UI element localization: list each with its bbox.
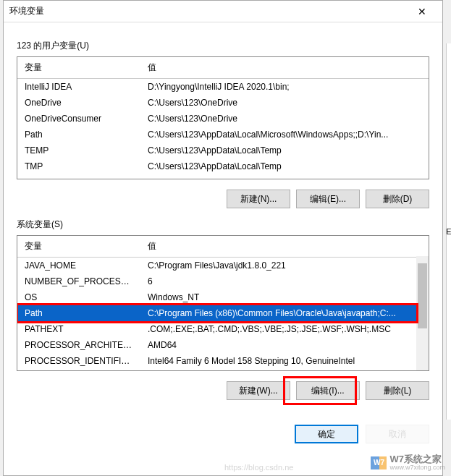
watermark-w7: W7 W7系统之家 www.w7xitong.com <box>371 454 445 472</box>
ok-button[interactable]: 确定 <box>295 425 358 443</box>
background-window-edge: E <box>446 43 451 420</box>
close-icon: ✕ <box>418 6 426 17</box>
watermark-csdn: https://blog.csdn.ne <box>224 463 293 472</box>
user-vars-buttons: 新建(N)... 编辑(E)... 删除(D) <box>17 190 429 208</box>
col-value[interactable]: 值 <box>140 57 429 78</box>
table-row[interactable]: OneDriveConsumerC:\Users\123\OneDrive <box>17 111 429 127</box>
col-value[interactable]: 值 <box>140 236 429 257</box>
table-row[interactable]: PathC:\Users\123\AppData\Local\Microsoft… <box>17 127 429 143</box>
table-row[interactable]: PROCESSOR_IDENTIFIERIntel64 Family 6 Mod… <box>17 353 416 369</box>
table-row[interactable]: JAVA_HOMEC:\Program Files\Java\jdk1.8.0_… <box>17 258 416 273</box>
user-new-button[interactable]: 新建(N)... <box>227 190 290 208</box>
table-row[interactable]: PATHEXT.COM;.EXE;.BAT;.CMD;.VBS;.VBE;.JS… <box>17 321 416 337</box>
system-new-button[interactable]: 新建(W)... <box>227 381 290 400</box>
system-vars-label: 系统变量(S) <box>17 218 429 231</box>
w7-logo-icon: W7 <box>371 455 387 471</box>
table-row[interactable]: PROCESSOR_ARCHITECTUREAMD64 <box>17 337 416 353</box>
system-vars-list[interactable]: 变量 值 JAVA_HOMEC:\Program Files\Java\jdk1… <box>17 235 429 371</box>
user-vars-list[interactable]: 变量 值 IntelliJ IDEAD:\Yingyong\IntelliJ I… <box>17 56 429 179</box>
dialog-title: 环境变量 <box>9 5 408 17</box>
close-button[interactable]: ✕ <box>408 1 437 22</box>
cancel-button[interactable]: 取消 <box>366 425 429 443</box>
table-row[interactable]: TMPC:\Users\123\AppData\Local\Temp <box>17 158 429 174</box>
table-row[interactable]: TEMPC:\Users\123\AppData\Local\Temp <box>17 143 429 158</box>
col-variable[interactable]: 变量 <box>17 57 140 78</box>
system-vars-body: JAVA_HOMEC:\Program Files\Java\jdk1.8.0_… <box>17 258 429 369</box>
table-row-selected[interactable]: PathC:\Program Files (x86)\Common Files\… <box>17 305 416 321</box>
system-vars-buttons: 新建(W)... 编辑(I)... 删除(L) <box>17 381 429 400</box>
user-vars-body: IntelliJ IDEAD:\Yingyong\IntelliJ IDEA 2… <box>17 79 429 174</box>
system-edit-button[interactable]: 编辑(I)... <box>296 381 360 400</box>
scrollbar[interactable] <box>416 256 429 370</box>
user-delete-button[interactable]: 删除(D) <box>366 190 429 208</box>
system-delete-button[interactable]: 删除(L) <box>366 381 429 400</box>
table-row[interactable]: OSWindows_NT <box>17 289 416 305</box>
col-variable[interactable]: 变量 <box>17 236 140 257</box>
dialog-content: 123 的用户变量(U) 变量 值 IntelliJ IDEAD:\Yingyo… <box>4 22 442 417</box>
system-vars-header: 变量 值 <box>17 236 429 258</box>
scrollbar-thumb[interactable] <box>418 263 427 328</box>
user-edit-button[interactable]: 编辑(E)... <box>296 190 360 208</box>
titlebar: 环境变量 ✕ <box>4 1 442 22</box>
user-vars-header: 变量 值 <box>17 57 429 79</box>
env-vars-dialog: 环境变量 ✕ 123 的用户变量(U) 变量 值 IntelliJ IDEAD:… <box>3 0 443 476</box>
table-row[interactable]: NUMBER_OF_PROCESSORS6 <box>17 273 416 289</box>
user-vars-label: 123 的用户变量(U) <box>17 40 429 52</box>
footer-buttons: 确定 取消 <box>4 417 442 443</box>
table-row[interactable]: IntelliJ IDEAD:\Yingyong\IntelliJ IDEA 2… <box>17 79 429 95</box>
table-row[interactable]: OneDriveC:\Users\123\OneDrive <box>17 95 429 111</box>
